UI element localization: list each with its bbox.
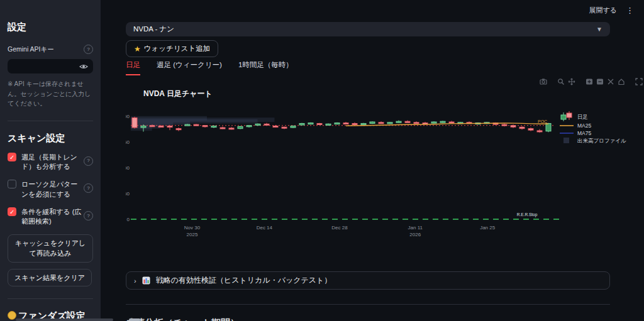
candle	[264, 124, 269, 125]
legend-item-ma75[interactable]: MA75	[577, 130, 591, 136]
expand-button[interactable]: 展開する	[589, 6, 617, 15]
zoom-out-icon[interactable]	[596, 78, 604, 85]
chevron-right-icon: ›	[134, 277, 136, 285]
candle	[396, 121, 401, 122]
page-controls: 展開する ⋮	[589, 6, 634, 15]
candle	[343, 123, 348, 124]
candle	[502, 124, 507, 126]
price-chart[interactable]: 050100150200Nov 302025Dec 14Dec 28Jan 11…	[126, 109, 629, 244]
autoscale-icon[interactable]	[607, 78, 614, 85]
chevron-down-icon: ▼	[596, 26, 602, 33]
candle	[282, 127, 287, 128]
candle	[299, 123, 304, 124]
backtest-expander-label: 戦略の有効性検証（ヒストリカル・バックテスト）	[156, 275, 332, 286]
candle	[211, 126, 216, 128]
clear-results-button[interactable]: スキャン結果をクリア	[8, 269, 92, 287]
overflow-menu-icon[interactable]: ⋮	[626, 6, 634, 15]
legend-item-ma25[interactable]: MA25	[577, 122, 591, 129]
legend-item-daily[interactable]: 日足	[577, 114, 588, 120]
api-key-caption: ※ API キーは保存されません。セッションごとに入力してください。	[8, 79, 93, 109]
horizontal-scrollbar-track[interactable]	[16, 318, 113, 321]
help-icon[interactable]: ?	[84, 183, 93, 193]
zoom-icon[interactable]	[557, 78, 565, 85]
symbol-select-value: NVDA - ナン	[133, 24, 174, 34]
eye-icon[interactable]	[79, 62, 88, 71]
checkbox-icon[interactable]	[8, 180, 16, 188]
candle	[308, 123, 313, 124]
candle	[379, 122, 384, 124]
y-tick-label: 50	[126, 191, 130, 197]
candle	[150, 126, 155, 127]
candle	[185, 124, 190, 126]
y-tick-label: 150	[126, 139, 130, 145]
camera-icon[interactable]	[540, 78, 547, 85]
candle	[546, 123, 551, 131]
candle	[537, 131, 542, 132]
candle	[255, 124, 260, 125]
backtest-expander[interactable]: › 戦略の有効性検証（ヒストリカル・バックテスト）	[126, 271, 610, 290]
clipped-heading: 成績分析（チャート期間）	[126, 317, 610, 321]
candle	[440, 121, 445, 122]
money-bag-icon	[8, 311, 16, 320]
poc-label: POC	[538, 119, 547, 124]
candle	[528, 129, 533, 130]
checkbox-icon[interactable]	[8, 153, 16, 161]
x-tick-label: Nov 30	[184, 225, 201, 231]
candle	[141, 126, 146, 128]
star-icon: ★	[134, 45, 141, 53]
candle	[273, 126, 278, 128]
clear-cache-button[interactable]: キャッシュをクリアして再読み込み	[8, 234, 93, 263]
checkbox-weekly-analysis[interactable]: 週足（長期トレンド）も分析する ?	[8, 153, 93, 172]
pan-icon[interactable]	[568, 78, 575, 85]
legend-volume-profile-icon	[564, 138, 569, 143]
x-tick-sublabel: 2026	[409, 232, 421, 237]
stop-annotation: R.E.R.Stop	[517, 212, 538, 217]
zoom-in-icon[interactable]	[586, 78, 593, 85]
y-tick-label: 0	[127, 217, 130, 222]
candle	[361, 123, 366, 124]
candle	[370, 122, 375, 123]
help-icon[interactable]: ?	[84, 45, 93, 54]
candle	[326, 124, 331, 125]
help-icon[interactable]: ?	[84, 156, 93, 166]
help-icon[interactable]: ?	[84, 211, 93, 220]
horizontal-scrollbar-thumb[interactable]	[129, 318, 140, 321]
candle	[335, 123, 340, 124]
checkbox-icon[interactable]	[8, 207, 16, 216]
add-watchlist-button[interactable]: ★ ウォッチリスト追加	[126, 40, 218, 57]
divider	[126, 304, 610, 305]
candle	[352, 123, 357, 124]
chart-toolbar	[540, 78, 643, 85]
candle	[194, 124, 199, 126]
candle	[405, 121, 410, 122]
x-tick-label: Dec 14	[257, 225, 273, 231]
candle	[176, 129, 181, 130]
candle	[317, 123, 322, 124]
symbol-select[interactable]: NVDA - ナン ▼	[126, 22, 610, 36]
divider	[8, 298, 93, 299]
divider	[8, 121, 93, 121]
x-tick-label: Jan 25	[480, 225, 496, 231]
checkbox-relax-conditions[interactable]: 条件を緩和する (広範囲検索) ?	[8, 207, 93, 227]
legend-item-volume-profile[interactable]: 出来高プロファイル	[577, 138, 626, 144]
x-tick-label: Jan 11	[408, 225, 423, 231]
clipped-section: 成績分析（チャート期間）	[126, 317, 610, 321]
sidebar: 設定 Gemini APIキー ? ※ API キーは保存されません。セッション…	[0, 0, 101, 321]
reset-axes-icon[interactable]	[618, 78, 625, 85]
candle	[238, 126, 243, 128]
tab-weekly[interactable]: 週足 (ウィークリー)	[157, 60, 222, 75]
candle	[132, 117, 137, 128]
candle	[511, 126, 516, 127]
candle	[220, 128, 225, 129]
checkbox-candle-pattern[interactable]: ローソク足パターンを必須にする ?	[8, 180, 93, 199]
api-key-input[interactable]	[8, 59, 93, 73]
candle	[229, 128, 234, 129]
timeframe-tabs: 日足 週足 (ウィークリー) 1時間足（毎時）	[126, 60, 293, 75]
settings-heading: 設定	[8, 21, 93, 33]
y-tick-label: 200	[126, 114, 130, 119]
fullscreen-icon[interactable]	[635, 78, 643, 85]
candle	[519, 127, 525, 128]
candle	[291, 126, 296, 128]
tab-daily[interactable]: 日足	[126, 60, 140, 75]
tab-hourly[interactable]: 1時間足（毎時）	[238, 60, 293, 75]
